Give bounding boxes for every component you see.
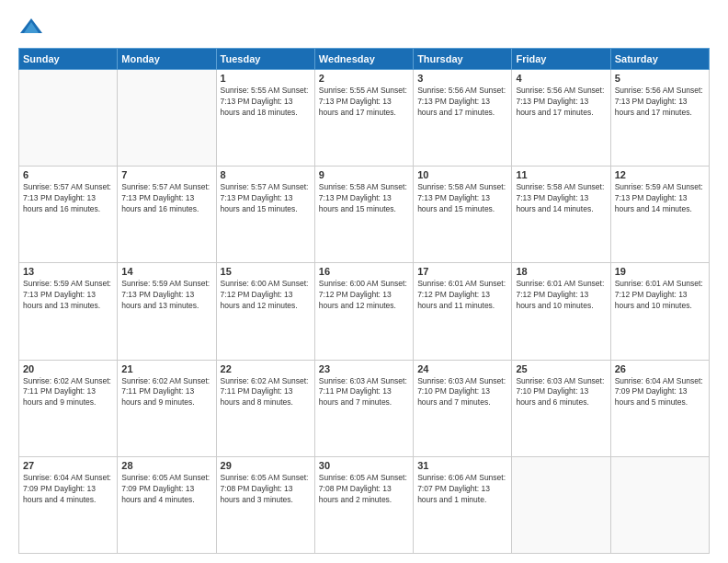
calendar-header-row: SundayMondayTuesdayWednesdayThursdayFrid… (19, 49, 710, 70)
day-number: 19 (615, 266, 705, 277)
calendar-cell: 17Sunrise: 6:01 AM Sunset: 7:12 PM Dayli… (414, 263, 512, 360)
header (18, 15, 710, 40)
day-info: Sunrise: 5:58 AM Sunset: 7:13 PM Dayligh… (516, 182, 606, 215)
day-number: 29 (221, 460, 311, 471)
day-info: Sunrise: 5:56 AM Sunset: 7:13 PM Dayligh… (615, 86, 705, 119)
calendar-cell: 24Sunrise: 6:03 AM Sunset: 7:10 PM Dayli… (414, 360, 512, 456)
weekday-header: Thursday (414, 49, 512, 70)
calendar-cell: 25Sunrise: 6:03 AM Sunset: 7:10 PM Dayli… (512, 360, 610, 456)
calendar-cell: 30Sunrise: 6:05 AM Sunset: 7:08 PM Dayli… (314, 456, 413, 553)
calendar-cell: 1Sunrise: 5:55 AM Sunset: 7:13 PM Daylig… (216, 70, 314, 167)
logo-icon (18, 15, 44, 40)
day-number: 17 (417, 266, 507, 277)
day-number: 12 (615, 169, 705, 180)
day-info: Sunrise: 6:05 AM Sunset: 7:08 PM Dayligh… (319, 473, 409, 506)
day-info: Sunrise: 5:57 AM Sunset: 7:13 PM Dayligh… (121, 182, 211, 215)
day-number: 30 (319, 460, 409, 471)
calendar-cell: 18Sunrise: 6:01 AM Sunset: 7:12 PM Dayli… (512, 263, 610, 360)
weekday-header: Monday (118, 49, 216, 70)
calendar-cell (610, 456, 709, 553)
day-number: 8 (221, 169, 311, 180)
day-info: Sunrise: 6:02 AM Sunset: 7:11 PM Dayligh… (221, 376, 311, 409)
day-info: Sunrise: 5:58 AM Sunset: 7:13 PM Dayligh… (319, 182, 409, 215)
day-info: Sunrise: 6:01 AM Sunset: 7:12 PM Dayligh… (516, 279, 606, 312)
calendar-cell: 28Sunrise: 6:05 AM Sunset: 7:09 PM Dayli… (118, 456, 216, 553)
day-number: 11 (516, 169, 606, 180)
calendar-cell (19, 70, 118, 167)
day-info: Sunrise: 5:56 AM Sunset: 7:13 PM Dayligh… (417, 86, 507, 119)
calendar-cell: 15Sunrise: 6:00 AM Sunset: 7:12 PM Dayli… (216, 263, 314, 360)
day-info: Sunrise: 5:55 AM Sunset: 7:13 PM Dayligh… (319, 86, 409, 119)
day-info: Sunrise: 6:05 AM Sunset: 7:08 PM Dayligh… (221, 473, 311, 506)
day-info: Sunrise: 6:06 AM Sunset: 7:07 PM Dayligh… (417, 473, 507, 506)
calendar-cell: 26Sunrise: 6:04 AM Sunset: 7:09 PM Dayli… (610, 360, 709, 456)
day-info: Sunrise: 5:55 AM Sunset: 7:13 PM Dayligh… (221, 86, 311, 119)
day-number: 16 (319, 266, 409, 277)
day-info: Sunrise: 6:01 AM Sunset: 7:12 PM Dayligh… (615, 279, 705, 312)
calendar-cell: 7Sunrise: 5:57 AM Sunset: 7:13 PM Daylig… (118, 167, 216, 263)
calendar-cell: 10Sunrise: 5:58 AM Sunset: 7:13 PM Dayli… (414, 167, 512, 263)
day-number: 14 (121, 266, 211, 277)
day-info: Sunrise: 6:00 AM Sunset: 7:12 PM Dayligh… (319, 279, 409, 312)
calendar-cell: 3Sunrise: 5:56 AM Sunset: 7:13 PM Daylig… (414, 70, 512, 167)
day-info: Sunrise: 5:59 AM Sunset: 7:13 PM Dayligh… (23, 279, 113, 312)
weekday-header: Sunday (19, 49, 118, 70)
day-info: Sunrise: 6:02 AM Sunset: 7:11 PM Dayligh… (121, 376, 211, 409)
day-number: 31 (417, 460, 507, 471)
day-number: 18 (516, 266, 606, 277)
day-number: 7 (121, 169, 211, 180)
day-number: 27 (23, 460, 113, 471)
calendar-cell: 5Sunrise: 5:56 AM Sunset: 7:13 PM Daylig… (610, 70, 709, 167)
day-number: 21 (121, 363, 211, 374)
calendar-cell: 23Sunrise: 6:03 AM Sunset: 7:11 PM Dayli… (314, 360, 413, 456)
calendar-cell: 20Sunrise: 6:02 AM Sunset: 7:11 PM Dayli… (19, 360, 118, 456)
day-number: 24 (417, 363, 507, 374)
calendar-week-row: 13Sunrise: 5:59 AM Sunset: 7:13 PM Dayli… (19, 263, 710, 360)
calendar-cell: 29Sunrise: 6:05 AM Sunset: 7:08 PM Dayli… (216, 456, 314, 553)
day-number: 22 (221, 363, 311, 374)
logo (18, 15, 48, 40)
day-number: 26 (615, 363, 705, 374)
calendar-table: SundayMondayTuesdayWednesdayThursdayFrid… (18, 48, 710, 554)
day-number: 15 (221, 266, 311, 277)
calendar-week-row: 1Sunrise: 5:55 AM Sunset: 7:13 PM Daylig… (19, 70, 710, 167)
day-number: 13 (23, 266, 113, 277)
calendar-cell: 6Sunrise: 5:57 AM Sunset: 7:13 PM Daylig… (19, 167, 118, 263)
calendar-cell: 9Sunrise: 5:58 AM Sunset: 7:13 PM Daylig… (314, 167, 413, 263)
calendar-cell (512, 456, 610, 553)
day-info: Sunrise: 5:57 AM Sunset: 7:13 PM Dayligh… (221, 182, 311, 215)
calendar-cell: 27Sunrise: 6:04 AM Sunset: 7:09 PM Dayli… (19, 456, 118, 553)
day-number: 25 (516, 363, 606, 374)
calendar-cell: 21Sunrise: 6:02 AM Sunset: 7:11 PM Dayli… (118, 360, 216, 456)
day-info: Sunrise: 6:02 AM Sunset: 7:11 PM Dayligh… (23, 376, 113, 409)
calendar-week-row: 6Sunrise: 5:57 AM Sunset: 7:13 PM Daylig… (19, 167, 710, 263)
day-info: Sunrise: 5:57 AM Sunset: 7:13 PM Dayligh… (23, 182, 113, 215)
day-number: 4 (516, 73, 606, 84)
weekday-header: Tuesday (216, 49, 314, 70)
day-number: 3 (417, 73, 507, 84)
calendar-week-row: 27Sunrise: 6:04 AM Sunset: 7:09 PM Dayli… (19, 456, 710, 553)
calendar-cell: 22Sunrise: 6:02 AM Sunset: 7:11 PM Dayli… (216, 360, 314, 456)
day-number: 1 (221, 73, 311, 84)
calendar-week-row: 20Sunrise: 6:02 AM Sunset: 7:11 PM Dayli… (19, 360, 710, 456)
calendar-cell: 8Sunrise: 5:57 AM Sunset: 7:13 PM Daylig… (216, 167, 314, 263)
calendar-cell: 2Sunrise: 5:55 AM Sunset: 7:13 PM Daylig… (314, 70, 413, 167)
calendar-cell: 12Sunrise: 5:59 AM Sunset: 7:13 PM Dayli… (610, 167, 709, 263)
day-number: 28 (121, 460, 211, 471)
day-number: 5 (615, 73, 705, 84)
weekday-header: Friday (512, 49, 610, 70)
day-number: 10 (417, 169, 507, 180)
day-info: Sunrise: 6:00 AM Sunset: 7:12 PM Dayligh… (221, 279, 311, 312)
calendar-cell: 13Sunrise: 5:59 AM Sunset: 7:13 PM Dayli… (19, 263, 118, 360)
day-info: Sunrise: 6:05 AM Sunset: 7:09 PM Dayligh… (121, 473, 211, 506)
calendar-cell: 11Sunrise: 5:58 AM Sunset: 7:13 PM Dayli… (512, 167, 610, 263)
calendar-cell: 31Sunrise: 6:06 AM Sunset: 7:07 PM Dayli… (414, 456, 512, 553)
calendar-cell: 16Sunrise: 6:00 AM Sunset: 7:12 PM Dayli… (314, 263, 413, 360)
day-number: 6 (23, 169, 113, 180)
weekday-header: Wednesday (314, 49, 413, 70)
calendar-cell: 19Sunrise: 6:01 AM Sunset: 7:12 PM Dayli… (610, 263, 709, 360)
calendar-cell: 4Sunrise: 5:56 AM Sunset: 7:13 PM Daylig… (512, 70, 610, 167)
day-number: 2 (319, 73, 409, 84)
day-info: Sunrise: 6:03 AM Sunset: 7:11 PM Dayligh… (319, 376, 409, 409)
day-info: Sunrise: 6:03 AM Sunset: 7:10 PM Dayligh… (417, 376, 507, 409)
